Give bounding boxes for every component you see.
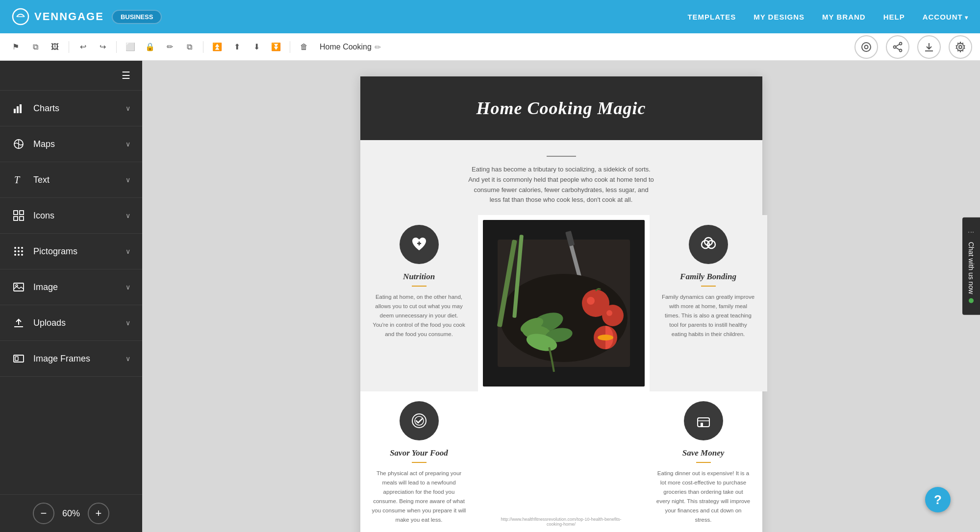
nutrition-text: Eating at home, on the other hand, allow… <box>372 292 466 339</box>
undo-button[interactable]: ↩ <box>75 39 91 55</box>
svg-rect-21 <box>20 217 24 220</box>
brand-logo[interactable]: VENNGAGE <box>12 8 104 25</box>
share-button[interactable] <box>886 35 909 59</box>
svg-rect-62 <box>698 418 709 427</box>
zoom-decrease-button[interactable]: − <box>33 503 54 524</box>
uploads-icon <box>12 316 25 330</box>
image-button[interactable]: 🖼 <box>47 39 63 55</box>
svg-rect-18 <box>14 211 18 215</box>
maps-icon <box>12 137 25 151</box>
save-money-title: Save Money <box>656 448 751 458</box>
pictograms-label: Pictograms <box>33 246 126 257</box>
zoom-increase-button[interactable]: + <box>88 503 109 524</box>
move-bottom-button[interactable]: ⏬ <box>268 39 284 55</box>
sidebar-item-image[interactable]: Image ∨ <box>0 269 142 305</box>
move-top-button[interactable]: ⏫ <box>209 39 225 55</box>
svg-line-8 <box>896 48 900 50</box>
nav-my-designs[interactable]: MY DESIGNS <box>754 13 804 21</box>
image-chevron: ∨ <box>126 283 130 291</box>
zoom-value: 60% <box>62 508 80 519</box>
savor-food-divider <box>412 462 427 463</box>
feature-savor-food: Savor Your Food The physical act of prep… <box>360 391 478 532</box>
download-button[interactable] <box>917 35 941 59</box>
icons-chevron: ∨ <box>126 212 130 219</box>
lock-button[interactable]: 🔒 <box>142 39 158 55</box>
svg-point-54 <box>598 335 613 340</box>
savor-food-text: The physical act of preparing your meals… <box>372 469 466 525</box>
svg-point-23 <box>18 247 20 249</box>
svg-point-48 <box>587 297 595 305</box>
family-bonding-title: Family Bonding <box>661 272 755 282</box>
svg-rect-20 <box>14 217 18 220</box>
svg-point-11 <box>959 46 962 48</box>
sidebar-item-maps[interactable]: Maps ∨ <box>0 126 142 162</box>
svg-rect-63 <box>701 423 703 427</box>
svg-line-7 <box>896 44 900 47</box>
copy-button[interactable]: ⧉ <box>27 39 43 55</box>
main-layout: ☰ Charts ∨ Maps ∨ <box>0 61 980 532</box>
nav-account[interactable]: ACCOUNT <box>923 13 968 21</box>
delete-button[interactable]: 🗑 <box>296 39 312 55</box>
toolbar-action-icons <box>854 35 972 59</box>
svg-point-26 <box>18 250 20 252</box>
svg-point-24 <box>21 247 23 249</box>
nutrition-divider <box>412 286 427 287</box>
center-food-image <box>478 215 650 391</box>
flag-button[interactable]: ⚑ <box>8 39 24 55</box>
intro-text: Eating has become a tributary to sociali… <box>468 165 654 205</box>
zoom-controls: − 60% + <box>0 494 142 532</box>
design-title-edit-icon[interactable]: ✏ <box>375 43 383 51</box>
intro-section: Eating has become a tributary to sociali… <box>360 140 762 215</box>
design-title-container: Home Cooking ✏ <box>320 43 383 51</box>
svg-point-30 <box>21 254 23 256</box>
sidebar-item-icons[interactable]: Icons ∨ <box>0 198 142 234</box>
chat-widget[interactable]: ⋮ Chat with us now <box>962 218 980 315</box>
sidebar-menu-button[interactable]: ☰ <box>0 61 142 91</box>
infographic[interactable]: Home Cooking Magic Eating has become a t… <box>360 76 762 532</box>
top-features-row: Nutrition Eating at home, on the other h… <box>360 215 762 391</box>
icons-label: Icons <box>33 211 126 221</box>
business-badge[interactable]: BUSINESS <box>112 10 162 24</box>
brand-name: VENNGAGE <box>34 10 104 23</box>
icons-icon <box>12 209 25 222</box>
sidebar-item-text[interactable]: T Text ∨ <box>0 162 142 198</box>
svg-point-49 <box>602 305 624 326</box>
move-down-button[interactable]: ⬇ <box>249 39 264 55</box>
sidebar-item-uploads[interactable]: Uploads ∨ <box>0 305 142 341</box>
citation-text: http://www.healthfitnessrevolution.com/t… <box>486 513 637 527</box>
nav-my-brand[interactable]: MY BRAND <box>822 13 866 21</box>
food-illustration <box>483 220 645 387</box>
redo-button[interactable]: ↪ <box>95 39 110 55</box>
preview-button[interactable] <box>854 35 878 59</box>
svg-rect-36 <box>15 357 18 361</box>
svg-point-50 <box>606 310 612 316</box>
nav-templates[interactable]: TEMPLATES <box>687 13 736 21</box>
sidebar-item-charts[interactable]: Charts ∨ <box>0 91 142 126</box>
edit-button[interactable]: ✏ <box>162 39 177 55</box>
save-money-icon-circle <box>684 401 723 440</box>
maps-label: Maps <box>33 139 126 149</box>
sidebar-item-image-frames[interactable]: Image Frames ∨ <box>0 341 142 377</box>
help-button[interactable]: ? <box>925 487 951 512</box>
nav-help[interactable]: HELP <box>883 13 905 21</box>
svg-rect-12 <box>14 109 16 113</box>
text-label: Text <box>33 175 126 185</box>
frame-button[interactable]: ⬜ <box>123 39 138 55</box>
toolbar-divider-4 <box>290 41 290 53</box>
toolbar-divider-1 <box>69 41 69 53</box>
editor-toolbar: ⚑ ⧉ 🖼 ↩ ↪ ⬜ 🔒 ✏ ⧉ ⏫ ⬆ ⬇ ⏬ 🗑 Home Cooking… <box>0 33 980 61</box>
canvas-area: Home Cooking Magic Eating has become a t… <box>142 61 980 532</box>
text-chevron: ∨ <box>126 176 130 184</box>
image-frames-icon <box>12 352 25 365</box>
chat-online-indicator <box>969 298 974 303</box>
sidebar-item-pictograms[interactable]: Pictograms ∨ <box>0 234 142 269</box>
nutrition-title: Nutrition <box>372 272 466 282</box>
toolbar-divider-3 <box>203 41 203 53</box>
settings-button[interactable] <box>949 35 972 59</box>
svg-rect-13 <box>17 106 19 113</box>
feature-family-bonding: Family Bonding Family dynamics can great… <box>650 215 767 391</box>
duplicate-button[interactable]: ⧉ <box>181 39 197 55</box>
design-title-text: Home Cooking <box>320 43 372 51</box>
nutrition-icon-circle <box>400 225 439 264</box>
move-up-button[interactable]: ⬆ <box>229 39 245 55</box>
